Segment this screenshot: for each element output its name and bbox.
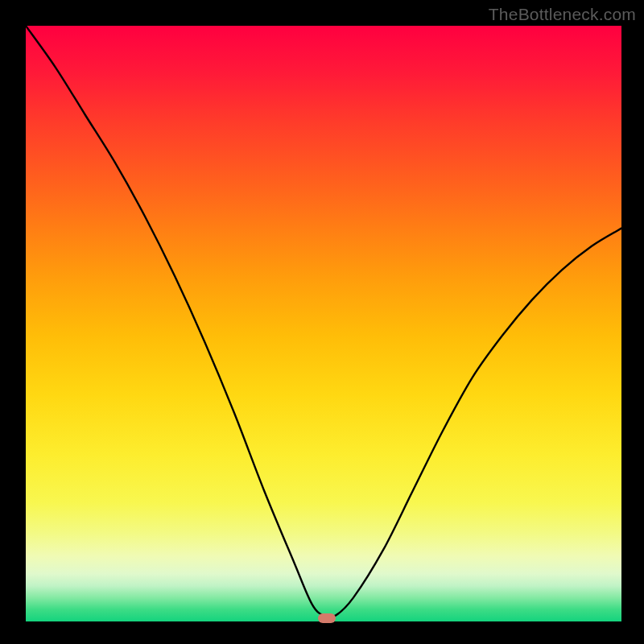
plot-area xyxy=(26,26,621,621)
bottleneck-curve xyxy=(26,26,621,621)
chart-container: TheBottleneck.com xyxy=(0,0,644,644)
watermark-text: TheBottleneck.com xyxy=(489,5,636,24)
minimum-marker xyxy=(318,613,336,623)
